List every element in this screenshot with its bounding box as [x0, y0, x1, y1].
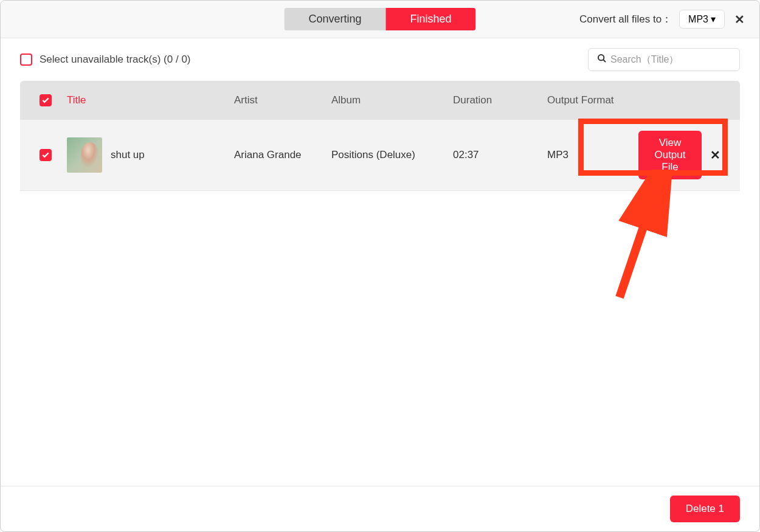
select-unavailable-label: Select unavailable track(s) (0 / 0) — [40, 54, 191, 66]
track-album: Positions (Deluxe) — [331, 149, 453, 161]
svg-point-0 — [598, 55, 604, 60]
album-art — [67, 137, 102, 173]
close-icon[interactable]: ✕ — [732, 10, 747, 29]
format-value: MP3 — [688, 14, 708, 25]
column-title[interactable]: Title — [67, 94, 234, 106]
delete-button[interactable]: Delete 1 — [670, 496, 740, 522]
header-bar: Converting Finished Convert all files to… — [1, 1, 759, 38]
tabs-container: Converting Finished — [284, 8, 475, 30]
svg-line-1 — [603, 60, 606, 62]
table-row[interactable]: shut up Ariana Grande Positions (Deluxe)… — [20, 120, 740, 191]
column-artist[interactable]: Artist — [234, 94, 331, 106]
track-duration: 02:37 — [453, 149, 547, 161]
search-icon — [597, 54, 607, 66]
tab-finished[interactable]: Finished — [386, 8, 476, 30]
table-header: Title Artist Album Duration Output Forma… — [20, 81, 740, 120]
select-all-checkbox[interactable] — [40, 94, 52, 106]
convert-all-label: Convert all files to： — [579, 12, 672, 26]
track-format: MP3 — [547, 149, 638, 161]
remove-row-icon[interactable]: ✕ — [710, 148, 720, 162]
view-output-button[interactable]: View Output File — [638, 131, 702, 179]
column-format[interactable]: Output Format — [547, 94, 638, 106]
track-title: shut up — [111, 149, 145, 161]
search-input[interactable] — [610, 54, 732, 65]
tab-converting[interactable]: Converting — [284, 8, 385, 30]
svg-line-3 — [620, 181, 659, 297]
column-duration[interactable]: Duration — [453, 94, 547, 106]
format-select[interactable]: MP3 ▾ — [679, 10, 725, 29]
search-box[interactable] — [588, 48, 740, 71]
row-checkbox[interactable] — [40, 149, 52, 161]
track-artist: Ariana Grande — [234, 149, 331, 161]
header-right: Convert all files to： MP3 ▾ ✕ — [579, 10, 747, 29]
footer: Delete 1 — [1, 486, 759, 531]
toolbar: Select unavailable track(s) (0 / 0) — [1, 38, 759, 81]
chevron-down-icon: ▾ — [711, 13, 716, 25]
select-unavailable-checkbox[interactable] — [20, 54, 32, 66]
column-album[interactable]: Album — [331, 94, 453, 106]
